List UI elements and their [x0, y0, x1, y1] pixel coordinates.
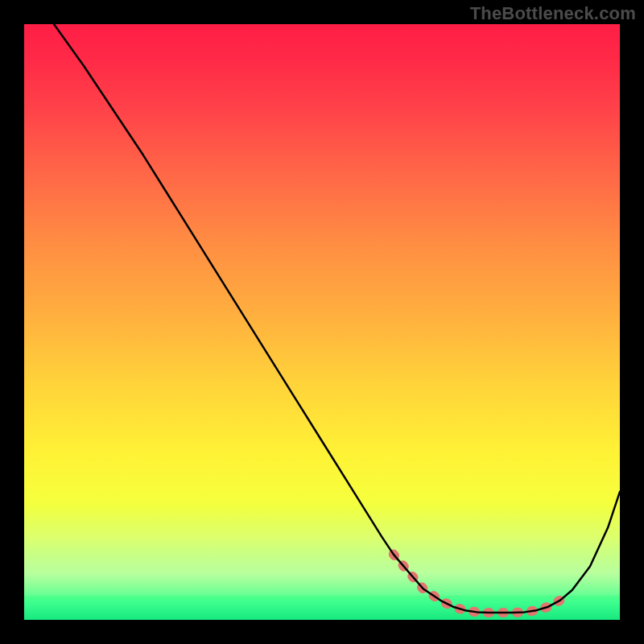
stage: TheBottleneck.com	[0, 0, 644, 644]
chart-svg-layer	[24, 24, 620, 620]
watermark-text: TheBottleneck.com	[470, 3, 636, 24]
chart-area	[24, 24, 620, 620]
chart-main-curve	[54, 24, 620, 613]
